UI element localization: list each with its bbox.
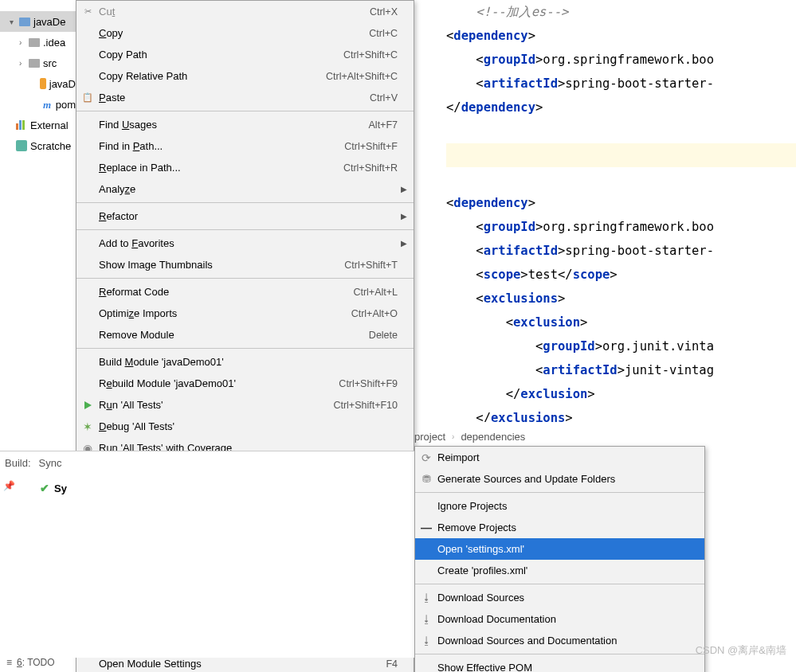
shortcut: Ctrl+Alt+O — [351, 308, 398, 319]
expand-icon[interactable]: › — [19, 38, 29, 47]
menu-label: Show Effective POM — [437, 662, 688, 672]
menu-item[interactable]: Copy Relative PathCtrl+Alt+Shift+C — [76, 65, 414, 87]
submenu-item[interactable]: —Remove Projects — [415, 517, 704, 538]
menu-item[interactable]: Add to Favorites▶ — [76, 232, 414, 254]
play-icon — [81, 399, 94, 412]
menu-label: Find in Path... — [99, 140, 344, 152]
submenu-item[interactable]: Ignore Projects — [415, 495, 704, 517]
menu-label: Cut — [99, 6, 370, 18]
java-icon — [40, 78, 45, 89]
expand-icon[interactable]: ▾ — [10, 18, 19, 26]
menu-item[interactable]: ✂CutCtrl+X — [76, 1, 414, 22]
bug-icon: ✶ — [81, 420, 94, 433]
tree-item[interactable]: mpom — [0, 94, 76, 115]
menu-label: Find Usages — [99, 119, 369, 131]
tree-item[interactable]: Scratche — [0, 135, 76, 156]
menu-item[interactable]: Build Module 'javaDemo01' — [76, 351, 414, 373]
shortcut: Ctrl+Shift+F — [344, 141, 398, 152]
menu-item[interactable]: 📋PasteCtrl+V — [76, 87, 414, 108]
todo-label[interactable]: 6: TODO — [17, 657, 55, 668]
menu-label: Download Sources and Documentation — [437, 635, 688, 647]
menu-label: Paste — [99, 92, 370, 104]
menu-label: Debug 'All Tests' — [99, 420, 398, 432]
menu-separator — [76, 202, 414, 203]
menu-item[interactable]: Reformat CodeCtrl+Alt+L — [76, 281, 414, 303]
shortcut: Ctrl+V — [370, 92, 398, 104]
menu-item[interactable]: Copy PathCtrl+Shift+C — [76, 44, 414, 65]
menu-label: Create 'profiles.xml' — [437, 565, 688, 576]
menu-label: Build Module 'javaDemo01' — [99, 356, 398, 368]
submenu-arrow-icon: ▶ — [401, 212, 407, 221]
menu-label: Download Sources — [437, 592, 688, 604]
tree-label: Scratche — [30, 140, 71, 152]
submenu-item[interactable]: Show Effective POM — [415, 657, 704, 672]
tree-item[interactable]: ›src — [0, 53, 76, 73]
cut-icon: ✂ — [81, 6, 94, 18]
build-header: Build: Sync — [0, 451, 414, 474]
menu-label: Remove Projects — [437, 522, 688, 533]
menu-item[interactable]: Remove ModuleDelete — [76, 324, 414, 346]
tree-label: External — [30, 119, 69, 131]
tree-label: src — [43, 57, 57, 69]
menu-label: Generate Sources and Update Folders — [437, 473, 688, 485]
build-tab[interactable]: Sync — [39, 457, 62, 469]
maven-icon: m — [43, 99, 53, 110]
menu-separator — [415, 654, 704, 654]
menu-item[interactable]: ✶Debug 'All Tests' — [76, 416, 414, 437]
menu-item[interactable]: Show Image ThumbnailsCtrl+Shift+T — [76, 254, 414, 275]
submenu-item[interactable]: ⭳Download Documentation — [415, 608, 704, 630]
menu-label: Run 'All Tests' — [99, 399, 333, 411]
menu-item[interactable]: Replace in Path...Ctrl+Shift+R — [76, 157, 414, 178]
shortcut: Ctrl+X — [370, 6, 398, 18]
menu-item[interactable]: CopyCtrl+C — [76, 22, 414, 44]
menu-item[interactable]: Run 'All Tests'Ctrl+Shift+F10 — [76, 394, 414, 416]
tree-item[interactable]: ›.idea — [0, 32, 76, 53]
shortcut: Ctrl+Shift+R — [343, 162, 398, 174]
shortcut: Ctrl+Alt+Shift+C — [326, 71, 398, 82]
bottom-bar: ≡ 6: TODO — [0, 653, 55, 672]
build-label: Build: — [5, 457, 31, 469]
menu-item[interactable]: Find UsagesAlt+F7 — [76, 114, 414, 135]
shortcut: Ctrl+Shift+C — [343, 49, 398, 61]
menu-label: Remove Module — [99, 329, 369, 341]
submenu-item[interactable]: Open 'settings.xml' — [415, 538, 704, 560]
code-editor[interactable]: <!--加入es--><dependency> <groupId>org.spr… — [446, 0, 796, 422]
tree-label: pom — [56, 99, 76, 111]
menu-label: Reimport — [437, 451, 688, 463]
tree-item[interactable]: ▾javaDe — [0, 11, 76, 32]
folder-icon — [29, 38, 40, 47]
reimport-icon: ⟳ — [420, 451, 433, 464]
tree-item[interactable]: External — [0, 115, 76, 135]
check-icon: ✔ — [40, 482, 49, 494]
shortcut: Alt+F7 — [369, 119, 398, 131]
shortcut: Ctrl+Shift+F10 — [333, 400, 398, 411]
submenu-item[interactable]: ⛃Generate Sources and Update Folders — [415, 468, 704, 490]
submenu-item[interactable]: ⭳Download Sources and Documentation — [415, 630, 704, 651]
breadcrumb-item[interactable]: project — [414, 431, 445, 443]
pin-icon[interactable]: 📌 — [3, 480, 15, 491]
menu-item[interactable]: Refactor▶ — [76, 205, 414, 227]
menu-label: Copy Relative Path — [99, 70, 326, 82]
breadcrumb[interactable]: project › dependencies — [414, 425, 525, 447]
menu-item[interactable]: Rebuild Module 'javaDemo01'Ctrl+Shift+F9 — [76, 373, 414, 394]
menu-item[interactable]: Optimize ImportsCtrl+Alt+O — [76, 303, 414, 324]
submenu-item[interactable]: ⟳Reimport — [415, 447, 704, 468]
menu-label: Rebuild Module 'javaDemo01' — [99, 377, 339, 389]
submenu-item[interactable]: Create 'profiles.xml' — [415, 560, 704, 581]
menu-label: Add to Favorites — [99, 237, 398, 249]
download-icon: ⭳ — [420, 592, 433, 604]
menu-label: Open 'settings.xml' — [437, 543, 688, 555]
paste-icon: 📋 — [81, 92, 94, 104]
shortcut: F4 — [386, 658, 398, 670]
expand-icon[interactable]: › — [19, 59, 29, 68]
breadcrumb-item[interactable]: dependencies — [461, 431, 525, 443]
watermark: CSDN @离岸&南墙 — [696, 643, 786, 658]
menu-separator — [76, 348, 414, 349]
menu-item[interactable]: Find in Path...Ctrl+Shift+F — [76, 135, 414, 157]
menu-separator — [76, 229, 414, 230]
menu-item[interactable]: Analyze▶ — [76, 178, 414, 200]
project-tree: ▾javaDe›.idea›srcjavaDmpomExternalScratc… — [0, 0, 76, 446]
tree-item[interactable]: javaD — [0, 73, 76, 94]
menu-label: Reformat Code — [99, 286, 353, 298]
submenu-item[interactable]: ⭳Download Sources — [415, 587, 704, 608]
